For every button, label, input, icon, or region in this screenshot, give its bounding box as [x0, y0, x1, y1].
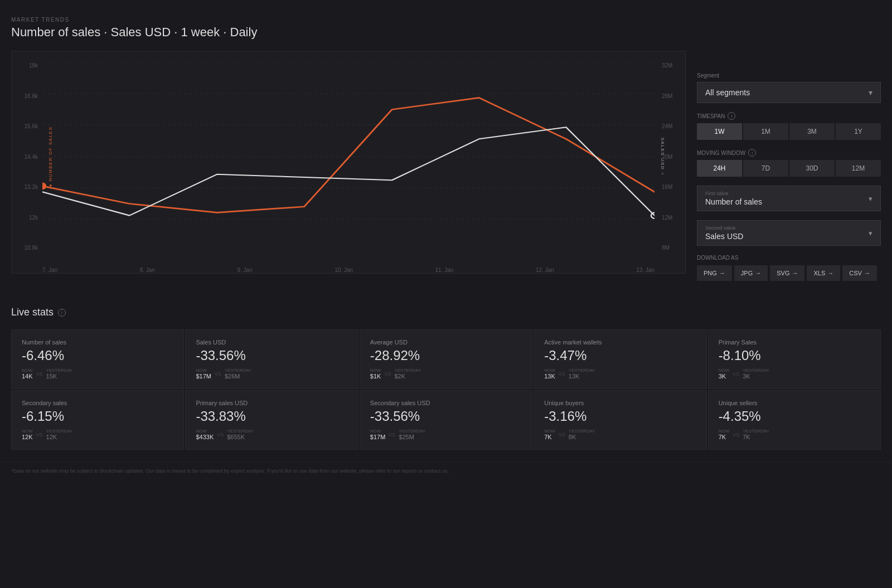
moving-window-12m-button[interactable]: 12M: [836, 160, 881, 177]
segment-label: Segment: [697, 72, 881, 79]
stat-card-primary-sales: Primary Sales -8.10% NOW 3K VS YESTERDAY…: [708, 329, 881, 389]
second-value-label: Second value: [705, 225, 743, 231]
moving-window-30d-button[interactable]: 30D: [789, 160, 835, 177]
stat-card-sales-usd: Sales USD -33.56% NOW $17M VS YESTERDAY …: [185, 329, 358, 389]
right-panel: Segment All segments TIMESPAN i 1W 1M 3M…: [697, 17, 881, 290]
y-left-0: 18k: [12, 62, 38, 69]
stat-change-1: -33.56%: [196, 348, 347, 363]
stat-name-1: Sales USD: [196, 339, 347, 346]
stat-card-average-usd: Average USD -28.92% NOW $1K VS YESTERDAY…: [360, 329, 532, 389]
y-left-4: 13.2k: [12, 184, 38, 190]
download-label: DOWNLOAD AS: [697, 255, 881, 261]
y-left-2: 15.6k: [12, 123, 38, 129]
x-axis-3: 10. Jan: [334, 267, 353, 273]
download-buttons: PNG JPG SVG XLS CSV: [697, 265, 881, 281]
x-axis-1: 8. Jan: [140, 267, 155, 273]
y-right-6: 8M: [662, 245, 685, 251]
timespan-1w-button[interactable]: 1W: [697, 123, 742, 140]
download-png-button[interactable]: PNG: [697, 265, 732, 281]
x-axis-0: 7. Jan: [42, 267, 57, 273]
first-value-section: First value Number of sales: [697, 186, 881, 211]
stat-name-r2-1: Primary sales USD: [196, 400, 347, 406]
y-left-6: 10.8k: [12, 245, 38, 251]
x-axis-2: 9. Jan: [237, 267, 253, 273]
moving-window-label: MOVING WINDOW i: [697, 149, 881, 157]
stat-card-secondary-sales: Secondary sales -6.15% NOW 12K VS YESTER…: [11, 390, 184, 450]
x-axis-4: 11. Jan: [435, 267, 454, 273]
arrow-right-icon: [864, 270, 870, 276]
stat-change-r2-3: -3.16%: [544, 409, 696, 424]
y-right-5: 12M: [662, 215, 685, 221]
x-axis-6: 13. Jan: [636, 267, 655, 273]
stats-row-1: Number of sales -6.46% NOW 14K VS YESTER…: [11, 329, 881, 389]
stat-name-r2-2: Secondary sales USD: [370, 400, 522, 406]
download-xls-button[interactable]: XLS: [807, 265, 840, 281]
download-svg-button[interactable]: SVG: [770, 265, 804, 281]
moving-window-info-icon[interactable]: i: [748, 149, 756, 157]
stat-card-unique-buyers: Unique buyers -3.16% NOW 7K VS YESTERDAY…: [534, 390, 706, 450]
x-axis-5: 12. Jan: [536, 267, 554, 273]
download-section: DOWNLOAD AS PNG JPG SVG XLS CSV: [697, 255, 881, 281]
moving-window-7d-button[interactable]: 7D: [743, 160, 788, 177]
segment-section: Segment All segments: [697, 72, 881, 103]
y-axis-left-label: ● NUMBER OF SALES: [48, 127, 53, 187]
y-right-3: 20M: [662, 154, 685, 160]
second-value-chevron-icon: [869, 229, 872, 237]
chart-container: 18k 16.8k 15.6k 14.4k 13.2k 12k 10.8k: [11, 51, 686, 274]
stat-change-r2-1: -33.83%: [196, 409, 347, 424]
y-left-5: 12k: [12, 215, 38, 221]
first-value-chevron-icon: [869, 195, 872, 203]
stat-name-3: Active market wallets: [544, 339, 696, 346]
y-right-0: 32M: [662, 62, 685, 69]
stat-card-active-wallets: Active market wallets -3.47% NOW 13K VS …: [534, 329, 706, 389]
y-right-1: 28M: [662, 93, 685, 99]
chevron-down-icon: [869, 88, 872, 97]
second-value-value: Sales USD: [705, 232, 743, 241]
market-trends-label: MARKET TRENDS: [11, 17, 686, 23]
timespan-3m-button[interactable]: 3M: [789, 123, 835, 140]
second-value-section: Second value Sales USD: [697, 220, 881, 246]
svg-point-7: [42, 182, 46, 189]
moving-window-24h-button[interactable]: 24H: [697, 160, 742, 177]
timespan-section: TIMESPAN i 1W 1M 3M 1Y: [697, 112, 881, 140]
stat-name-r2-3: Unique buyers: [544, 400, 696, 406]
stat-change-0: -6.46%: [22, 348, 173, 363]
footer-note: *Data on our website may be subject to b…: [0, 462, 892, 479]
stat-card-secondary-sales-usd: Secondary sales USD -33.56% NOW $17M VS …: [360, 390, 532, 450]
arrow-right-icon: [792, 270, 798, 276]
left-panel: MARKET TRENDS Number of sales · Sales US…: [11, 17, 686, 290]
timespan-1y-button[interactable]: 1Y: [836, 123, 881, 140]
stat-change-r2-4: -4.35%: [719, 409, 870, 424]
stat-name-4: Primary Sales: [719, 339, 870, 346]
arrow-right-icon: [827, 270, 833, 276]
y-right-2: 24M: [662, 123, 685, 129]
stat-name-2: Average USD: [370, 339, 522, 346]
live-stats-section: Live stats i Number of sales -6.46% NOW …: [0, 295, 892, 456]
stats-row-2: Secondary sales -6.15% NOW 12K VS YESTER…: [11, 390, 881, 450]
chart-title: Number of sales · Sales USD · 1 week · D…: [11, 25, 686, 40]
arrow-right-icon: [719, 270, 725, 276]
second-value-select[interactable]: Second value Sales USD: [697, 220, 881, 246]
segment-select[interactable]: All segments: [697, 82, 881, 103]
first-value-select[interactable]: First value Number of sales: [697, 186, 881, 211]
live-stats-title: Live stats i: [11, 307, 881, 318]
moving-window-button-group: 24H 7D 30D 12M: [697, 160, 881, 177]
y-left-1: 16.8k: [12, 93, 38, 99]
download-csv-button[interactable]: CSV: [842, 265, 877, 281]
moving-window-section: MOVING WINDOW i 24H 7D 30D 12M: [697, 149, 881, 177]
timespan-1m-button[interactable]: 1M: [743, 123, 788, 140]
stat-change-4: -8.10%: [719, 348, 870, 363]
timespan-info-icon[interactable]: i: [728, 112, 735, 120]
first-value-label: First value: [705, 191, 762, 196]
stat-change-r2-0: -6.15%: [22, 409, 173, 424]
live-stats-info-icon[interactable]: i: [58, 309, 66, 317]
stat-name-r2-4: Unique sellers: [719, 400, 870, 406]
stat-change-r2-2: -33.56%: [370, 409, 522, 424]
stat-change-3: -3.47%: [544, 348, 696, 363]
stat-card-primary-sales-usd: Primary sales USD -33.83% NOW $433K VS Y…: [185, 390, 358, 450]
download-jpg-button[interactable]: JPG: [734, 265, 768, 281]
y-right-4: 16M: [662, 184, 685, 190]
stat-card-number-of-sales: Number of sales -6.46% NOW 14K VS YESTER…: [11, 329, 184, 389]
stat-values-0: NOW 14K VS YESTERDAY 15K: [22, 368, 173, 380]
first-value-value: Number of sales: [705, 197, 762, 206]
